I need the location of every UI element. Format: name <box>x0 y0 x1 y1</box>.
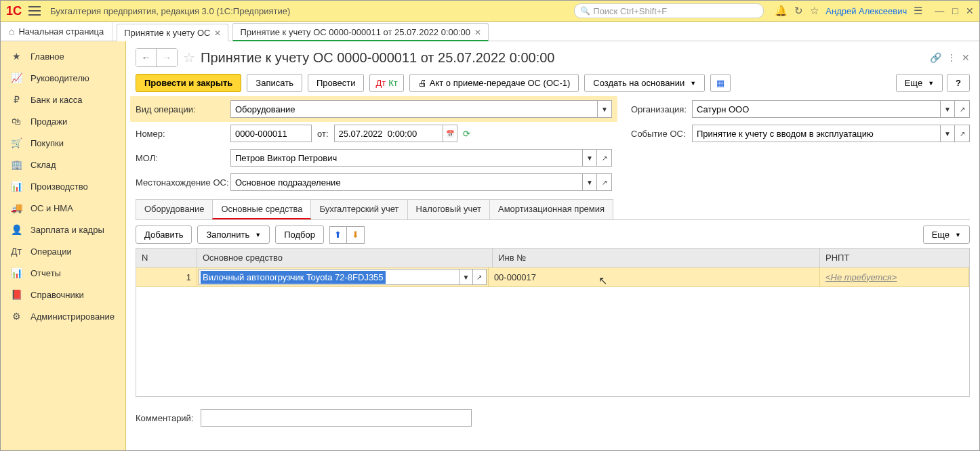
dropdown-icon[interactable]: ▼ <box>582 173 597 191</box>
sidebar-item-operations[interactable]: ДтОперации <box>1 240 125 262</box>
dropdown-icon[interactable]: ▼ <box>597 100 612 118</box>
table-row[interactable]: 1 Вилочный автопогрузчик Toyota 72-8FDJ3… <box>136 267 969 287</box>
location-input[interactable] <box>230 173 582 191</box>
favorite-icon[interactable]: ☆ <box>183 49 195 66</box>
dtkt-button[interactable]: ДтКт <box>369 74 403 92</box>
sidebar-item-sales[interactable]: 🛍Продажи <box>1 110 125 132</box>
sidebar-item-hr[interactable]: 👤Зарплата и кадры <box>1 219 125 240</box>
history-icon[interactable]: ↻ <box>794 5 803 17</box>
sidebar-item-reports[interactable]: 📊Отчеты <box>1 262 125 284</box>
comment-input[interactable] <box>201 409 472 427</box>
gear-icon: ⚙ <box>10 311 22 322</box>
chart-icon: 📈 <box>10 72 22 83</box>
nav-forward-button[interactable]: → <box>157 49 177 66</box>
dtkt-icon: Дт <box>10 246 22 257</box>
tab-tax[interactable]: Налоговый учет <box>407 199 490 219</box>
pick-button[interactable]: Подбор <box>275 226 324 244</box>
app-menubar: 1C Бухгалтерия предприятия, редакция 3.0… <box>1 1 979 22</box>
calendar-icon[interactable]: 📅 <box>443 125 457 142</box>
create-based-button[interactable]: Создать на основании▼ <box>584 74 705 92</box>
open-ref-icon[interactable]: ↗ <box>597 149 612 167</box>
open-ref-icon[interactable]: ↗ <box>597 173 612 191</box>
tab-depreciation-bonus[interactable]: Амортизационная премия <box>489 199 613 219</box>
refresh-icon[interactable]: ⟳ <box>463 129 470 139</box>
col-rnpt[interactable]: РНПТ <box>820 249 969 267</box>
more-button[interactable]: Еще▼ <box>896 74 943 92</box>
hamburger-icon[interactable] <box>28 6 41 16</box>
fill-label: Заполнить <box>206 230 249 240</box>
rnpt-link[interactable]: <Не требуется> <box>825 272 897 282</box>
op-type-input[interactable] <box>230 100 597 118</box>
settings-icon[interactable]: ☰ <box>914 5 922 17</box>
mol-input[interactable] <box>230 149 582 167</box>
print-act-button[interactable]: 🖨Акт о приеме-передаче ОС (ОС-1) <box>409 74 579 92</box>
cell-asset[interactable]: Вилочный автопогрузчик Toyota 72-8FDJ355… <box>197 267 489 286</box>
tab-asset-list[interactable]: Принятие к учету ОС ✕ <box>117 24 228 41</box>
post-button[interactable]: Провести <box>308 74 365 92</box>
doc-header: ← → ☆ Принятие к учету ОС 0000-000011 от… <box>136 48 970 67</box>
tab-close-icon[interactable]: ✕ <box>474 28 481 37</box>
home-tab[interactable]: ⌂ Начальная страница <box>1 21 113 41</box>
user-link[interactable]: Андрей Алексеевич <box>825 6 907 16</box>
open-ref-icon[interactable]: ↗ <box>955 100 970 118</box>
event-input[interactable] <box>692 125 940 142</box>
tab-accounting[interactable]: Бухгалтерский учет <box>310 199 407 219</box>
sidebar-item-catalogs[interactable]: 📕Справочники <box>1 284 125 305</box>
top-toolbar: 🔔 ↻ ☆ Андрей Алексеевич ☰ — □ ✕ <box>775 5 974 17</box>
sidebar-item-admin[interactable]: ⚙Администрирование <box>1 305 125 327</box>
dropdown-icon[interactable]: ▼ <box>582 149 597 167</box>
col-inv[interactable]: Инв № <box>493 249 820 267</box>
sidebar-item-production[interactable]: 📊Производство <box>1 175 125 197</box>
tab-equipment[interactable]: Оборудование <box>136 199 213 219</box>
save-button[interactable]: Записать <box>247 74 302 92</box>
tab-close-icon[interactable]: ✕ <box>214 28 221 38</box>
move-up-button[interactable]: ⬆ <box>329 226 347 244</box>
app-title: Бухгалтерия предприятия, редакция 3.0 (1… <box>50 6 290 16</box>
bell-icon[interactable]: 🔔 <box>775 5 788 17</box>
move-down-button[interactable]: ⬇ <box>347 226 365 244</box>
star-icon[interactable]: ☆ <box>810 5 819 17</box>
sidebar-item-label: Производство <box>30 181 88 192</box>
tab-fixed-assets[interactable]: Основные средства <box>212 199 311 219</box>
sidebar-item-bank[interactable]: ₽Банк и касса <box>1 89 125 110</box>
dropdown-icon[interactable]: ▼ <box>940 100 955 118</box>
open-ref-icon[interactable]: ↗ <box>472 270 486 284</box>
link-icon[interactable]: 🔗 <box>930 52 941 63</box>
cell-inv: 00-000017 <box>489 267 820 286</box>
date-input[interactable] <box>334 125 443 142</box>
truck-icon: 🚚 <box>10 202 22 213</box>
col-asset[interactable]: Основное средство <box>197 249 493 267</box>
sidebar-item-warehouse[interactable]: 🏢Склад <box>1 154 125 175</box>
sidebar-item-label: Банк и касса <box>30 95 83 105</box>
detail-tabs: Оборудование Основные средства Бухгалтер… <box>136 199 970 220</box>
tab-asset-doc[interactable]: Принятие к учету ОС 0000-000011 от 25.07… <box>232 23 489 41</box>
help-button[interactable]: ? <box>947 74 970 92</box>
table-toolbar: Добавить Заполнить▼ Подбор ⬆ ⬇ Еще▼ <box>136 226 970 244</box>
dropdown-icon[interactable]: ▼ <box>940 125 955 142</box>
fill-button[interactable]: Заполнить▼ <box>197 226 270 244</box>
open-ref-icon[interactable]: ↗ <box>955 125 970 142</box>
org-input[interactable] <box>692 100 940 118</box>
maximize-icon[interactable]: □ <box>952 5 958 16</box>
sidebar-item-purchases[interactable]: 🛒Покупки <box>1 132 125 154</box>
location-row: Местонахождение ОС: ▼ ↗ <box>136 173 612 191</box>
structure-button[interactable]: ▦ <box>710 74 731 92</box>
close-doc-icon[interactable]: ✕ <box>962 52 970 63</box>
search-placeholder: Поиск Ctrl+Shift+F <box>593 6 667 16</box>
sidebar-item-manager[interactable]: 📈Руководителю <box>1 67 125 89</box>
number-input[interactable] <box>230 125 312 142</box>
search-input[interactable]: Поиск Ctrl+Shift+F <box>574 3 764 18</box>
sidebar-item-assets[interactable]: 🚚ОС и НМА <box>1 197 125 219</box>
sidebar-item-main[interactable]: ★Главное <box>1 45 125 67</box>
table-more-button[interactable]: Еще▼ <box>923 226 970 244</box>
add-row-button[interactable]: Добавить <box>136 226 192 244</box>
minimize-icon[interactable]: — <box>935 5 944 16</box>
cell-rnpt[interactable]: <Не требуется> <box>820 267 969 286</box>
post-and-close-button[interactable]: Провести и закрыть <box>136 74 241 92</box>
nav-back-button[interactable]: ← <box>136 49 157 66</box>
close-icon[interactable]: ✕ <box>966 5 974 16</box>
dropdown-icon[interactable]: ▼ <box>459 270 472 284</box>
kebab-icon[interactable]: ⋮ <box>947 52 956 63</box>
sidebar-item-label: Продажи <box>30 116 67 127</box>
col-n[interactable]: N <box>136 249 197 267</box>
